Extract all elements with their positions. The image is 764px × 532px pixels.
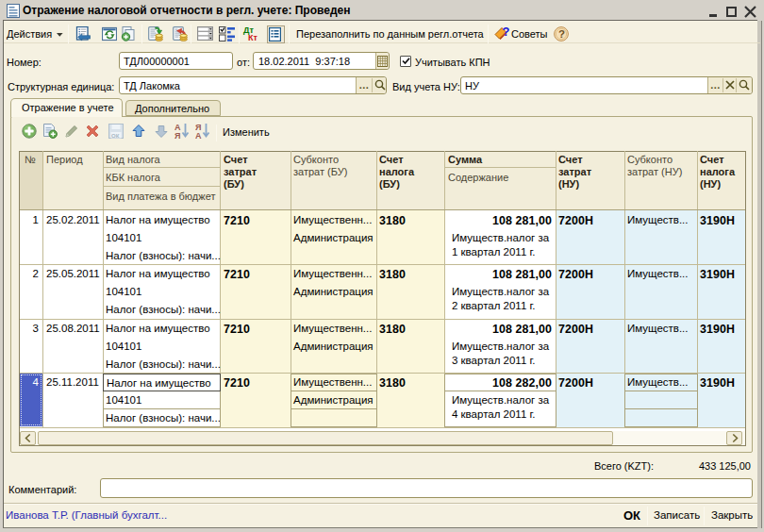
svg-text:?: ? [503, 25, 510, 39]
svg-text:А: А [195, 131, 202, 140]
svg-text:?: ? [558, 28, 565, 40]
svg-text:ОК: ОК [111, 133, 120, 139]
svg-text:Я: Я [174, 131, 180, 140]
